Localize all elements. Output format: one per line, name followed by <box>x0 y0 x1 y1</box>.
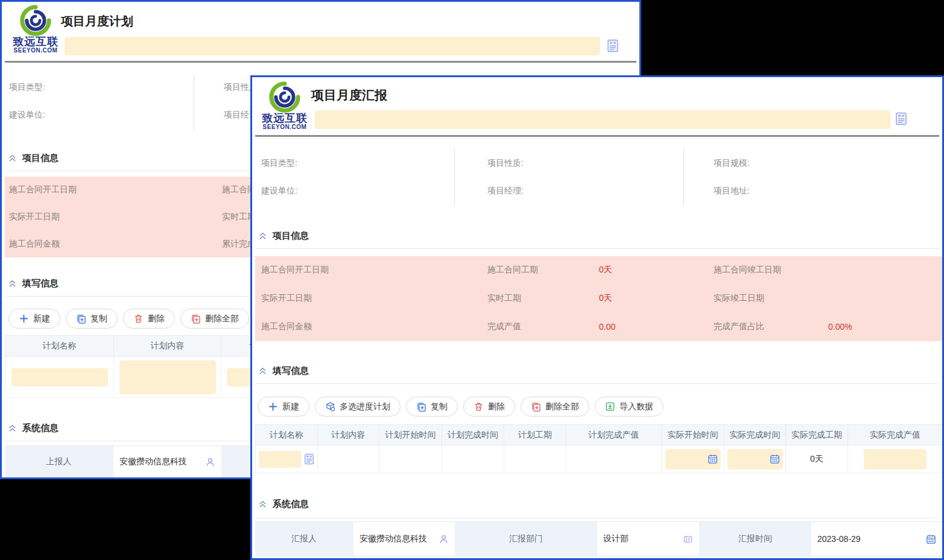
delete-all-button[interactable]: 删除全部 <box>180 309 249 329</box>
column-header: 实际完成产值 <box>848 425 943 445</box>
form-title-input[interactable] <box>315 110 890 129</box>
button-label: 新建 <box>33 313 50 324</box>
delete-button[interactable]: 删除 <box>123 309 175 329</box>
section-title: 项目信息 <box>273 230 309 242</box>
reporter-label-cell: 上报人 <box>5 446 113 477</box>
time-label-cell: 汇报时间 <box>700 522 811 556</box>
collapse-icon[interactable] <box>258 367 267 376</box>
plan-name-input[interactable] <box>259 451 301 468</box>
seeyon-logo-icon <box>20 5 51 36</box>
brand-name: 致远互联 <box>256 113 314 124</box>
project-info-row: 施工合同金额 完成产值 0.00 完成产值占比 0.00% <box>255 313 943 341</box>
delete-button[interactable]: 删除 <box>463 397 515 417</box>
section-system-info: 系统信息 <box>258 497 309 511</box>
actual-finish-date-input[interactable] <box>727 449 783 470</box>
calendar-icon[interactable] <box>708 454 718 464</box>
info-value: 0.00 <box>599 322 615 332</box>
dept-value-cell[interactable]: 设计部 <box>597 522 700 556</box>
info-label: 施工合同金额 <box>261 321 312 332</box>
delete-all-button[interactable]: 删除全部 <box>521 397 589 417</box>
plan-content-input[interactable] <box>119 360 216 394</box>
project-info-row: 实际开工日期 实时工期 0天 实际竣工日期 <box>255 285 943 313</box>
reporter-value-cell[interactable]: 安徽攒动信息科技 <box>353 522 455 556</box>
person-icon[interactable] <box>439 534 449 544</box>
collapse-icon[interactable] <box>8 424 17 433</box>
info-value: 0天 <box>599 293 612 304</box>
button-label: 新建 <box>282 401 299 412</box>
info-value: 0.00% <box>828 322 852 332</box>
section-system-info: 系统信息 <box>8 421 59 435</box>
brand-domain: SEEYON.COM <box>256 124 314 131</box>
reporter-value: 安徽攒动信息科技 <box>119 456 187 467</box>
button-label: 删除 <box>488 401 505 412</box>
info-label: 实际竣工日期 <box>714 293 764 304</box>
copy-button[interactable]: 复制 <box>406 397 458 417</box>
info-label: 施工合同竣工日期 <box>714 265 781 275</box>
time-value-cell[interactable]: 2023-08-29 <box>811 522 942 556</box>
header-divider <box>5 61 636 63</box>
column-header: 实际开始时间 <box>662 425 724 445</box>
collapse-icon[interactable] <box>8 279 17 288</box>
seeyon-brand: 致远互联 SEEYON.COM <box>256 113 314 130</box>
section-project-info: 项目信息 <box>258 229 309 242</box>
delete-all-icon <box>531 401 541 412</box>
collapse-icon[interactable] <box>8 154 17 163</box>
column-header: 计划完成产值 <box>566 425 662 445</box>
form-picker-icon[interactable] <box>895 112 907 125</box>
new-button[interactable]: 新建 <box>258 397 309 417</box>
new-button[interactable]: 新建 <box>8 309 60 329</box>
button-label: 多选进度计划 <box>340 401 390 412</box>
plan-name-input[interactable] <box>11 368 108 386</box>
calendar-icon[interactable] <box>770 454 780 464</box>
plus-icon <box>268 401 278 412</box>
delete-all-icon <box>191 313 201 324</box>
section-title: 填写信息 <box>273 365 309 377</box>
section-fill-info: 填写信息 <box>8 277 59 290</box>
section-title: 项目信息 <box>22 153 59 164</box>
column-header: 计划开始时间 <box>379 425 442 445</box>
project-info-panel: 施工合同开工日期 施工合同工期 0天 施工合同竣工日期 实际开工日期 实时工期 … <box>255 256 943 341</box>
copy-button[interactable]: 复制 <box>66 309 118 329</box>
plus-icon <box>19 313 29 324</box>
form-title-input[interactable] <box>65 37 600 55</box>
field-label-build-unit: 建设单位: <box>9 110 45 121</box>
import-icon <box>605 401 615 412</box>
dept-value: 设计部 <box>603 533 629 544</box>
button-label: 复制 <box>90 313 107 324</box>
reporter-value-cell[interactable]: 安徽攒动信息科技 <box>113 446 222 477</box>
trash-icon <box>474 401 484 412</box>
button-label: 删除全部 <box>545 401 579 412</box>
collapse-icon[interactable] <box>258 500 267 509</box>
info-label: 实际开工日期 <box>261 293 312 304</box>
field-label-project-nature: 项目性质: <box>487 158 524 169</box>
section-divider <box>255 383 939 384</box>
calendar-icon[interactable] <box>926 534 936 544</box>
brand-domain: SEEYON.COM <box>7 48 65 54</box>
info-label: 完成产值占比 <box>714 321 764 332</box>
toolbar: 新建 多选进度计划 复制 删除 删除全部 导入数据 <box>258 397 664 417</box>
column-header: 实际完成时间 <box>724 425 786 445</box>
person-icon[interactable] <box>205 457 215 467</box>
column-header: 计划内容 <box>114 336 221 357</box>
reporter-label-cell: 汇报人 <box>255 522 353 556</box>
button-label: 删除全部 <box>205 313 239 324</box>
department-icon[interactable] <box>683 534 693 544</box>
multi-select-plan-button[interactable]: 多选进度计划 <box>315 397 401 417</box>
page-title: 项目月度汇报 <box>311 87 387 104</box>
info-label: 实时工期 <box>487 293 521 304</box>
form-picker-icon[interactable] <box>607 39 619 52</box>
section-title: 填写信息 <box>22 278 59 289</box>
collapse-icon[interactable] <box>258 231 267 241</box>
brand-name: 致远互联 <box>7 36 65 48</box>
actual-start-date-input[interactable] <box>665 449 721 470</box>
plan-picker-icon[interactable] <box>304 453 314 465</box>
window-monthly-report: 致远互联 SEEYON.COM 项目月度汇报 项目类型: 建设单位: 项目性质:… <box>250 75 944 560</box>
time-value: 2023-08-29 <box>817 534 861 544</box>
button-label: 删除 <box>148 313 165 324</box>
info-label: 施工合同开工日期 <box>261 265 329 275</box>
column-header: 计划内容 <box>318 425 379 445</box>
actual-output-input[interactable] <box>864 449 927 470</box>
import-data-button[interactable]: 导入数据 <box>595 397 664 417</box>
copy-icon <box>416 401 426 412</box>
column-header: 计划名称 <box>256 425 318 445</box>
